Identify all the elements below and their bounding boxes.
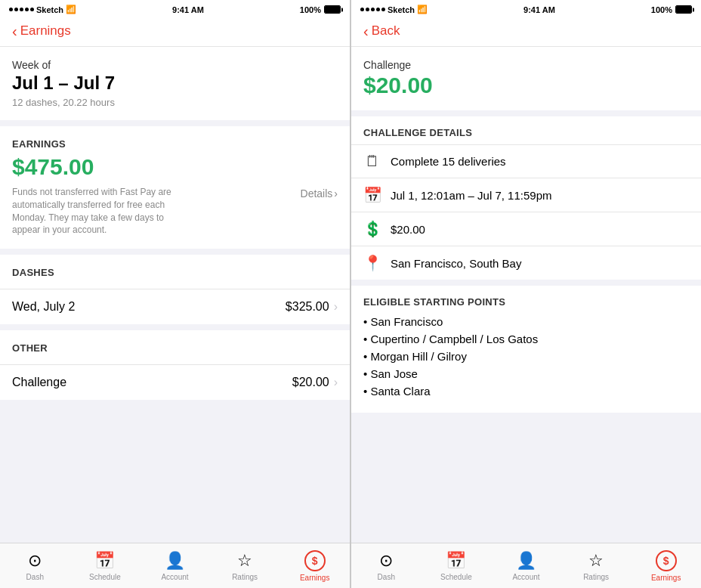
status-right-1: 100% xyxy=(300,5,341,14)
details-button[interactable]: Details › xyxy=(301,187,338,200)
nav-header-1: ‹ Earnings xyxy=(0,17,350,47)
earnings-amount: $475.00 xyxy=(12,154,338,180)
tab-dash-2[interactable]: ⊙ Dash xyxy=(351,543,422,588)
tab-dash-label-2: Dash xyxy=(378,573,395,581)
back-chevron-icon-1: ‹ xyxy=(12,23,17,39)
other-label: Challenge xyxy=(12,376,66,389)
earnings-note: Funds not transferred with Fast Pay are … xyxy=(12,186,178,237)
list-item: • Cupertino / Campbell / Los Gatos xyxy=(363,333,689,345)
location-text: San Francisco, South Bay xyxy=(391,257,521,270)
tab-ratings-1[interactable]: ☆ Ratings xyxy=(210,543,280,588)
nav-header-2: ‹ Back xyxy=(351,17,701,47)
battery-percent-2: 100% xyxy=(651,5,672,14)
tab-earnings-2[interactable]: $ Earnings xyxy=(631,543,701,588)
compass-icon-2: ⊙ xyxy=(379,551,393,571)
deliveries-text: Complete 15 deliveries xyxy=(391,155,506,168)
user-icon-2: 👤 xyxy=(516,551,536,571)
back-button-2[interactable]: ‹ Back xyxy=(363,23,689,39)
list-item: • Morgan Hill / Gilroy xyxy=(363,350,689,363)
other-card: OTHER Challenge $20.00 › xyxy=(0,330,350,400)
battery-percent-1: 100% xyxy=(300,5,321,14)
star-icon: ☆ xyxy=(237,551,252,571)
status-left-1: Sketch 📶 xyxy=(9,5,76,14)
back-label-2: Back xyxy=(372,23,400,39)
list-item: • San Francisco xyxy=(363,315,689,328)
detail-row-amount: 💲 $20.00 xyxy=(351,212,701,246)
detail-row-location: 📍 San Francisco, South Bay xyxy=(351,246,701,280)
week-stats: 12 dashes, 20.22 hours xyxy=(12,97,338,108)
dollar-circle-icon-2: $ xyxy=(656,550,677,571)
tab-dash-label-1: Dash xyxy=(26,573,44,581)
other-amount: $20.00 xyxy=(292,376,329,389)
details-chevron-icon: › xyxy=(334,187,338,200)
user-icon: 👤 xyxy=(165,551,185,571)
status-bar-1: Sketch 📶 9:41 AM 100% xyxy=(0,0,350,17)
dashes-card: DASHES Wed, July 2 $325.00 › xyxy=(0,255,350,324)
tab-schedule-label-2: Schedule xyxy=(440,573,472,581)
wifi-icon-1: 📶 xyxy=(66,5,76,14)
content-area-2: Challenge $20.00 CHALLENGE DETAILS 🗒 Com… xyxy=(351,47,701,543)
date-range-text: Jul 1, 12:01am – Jul 7, 11:59pm xyxy=(391,189,551,202)
carrier-name-1: Sketch xyxy=(36,5,63,14)
details-label: Details xyxy=(301,187,333,200)
other-chevron-icon: › xyxy=(334,376,338,389)
back-label-1: Earnings xyxy=(20,23,71,39)
tab-bar-2: ⊙ Dash 📅 Schedule 👤 Account ☆ Ratings $ … xyxy=(351,543,701,588)
calendar-icon: 📅 xyxy=(94,551,115,571)
detail-row-deliveries: 🗒 Complete 15 deliveries xyxy=(351,145,701,178)
dollar-circle-icon: $ xyxy=(304,550,326,571)
other-section-title: OTHER xyxy=(12,342,338,354)
tab-schedule-label-1: Schedule xyxy=(89,573,121,581)
tab-ratings-label-2: Ratings xyxy=(583,573,609,581)
week-dates: Jul 1 – Jul 7 xyxy=(12,73,338,94)
week-of-label: Week of xyxy=(12,59,338,71)
tab-account-label-1: Account xyxy=(161,573,188,581)
tab-earnings-1[interactable]: $ Earnings xyxy=(279,543,350,588)
dash-chevron-icon: › xyxy=(334,300,338,314)
status-left-2: Sketch 📶 xyxy=(360,5,428,14)
tab-account-2[interactable]: 👤 Account xyxy=(491,543,561,588)
dashes-section-title: DASHES xyxy=(12,267,338,278)
amount-icon: 💲 xyxy=(363,220,381,238)
tab-account-1[interactable]: 👤 Account xyxy=(140,543,210,588)
tab-schedule-2[interactable]: 📅 Schedule xyxy=(422,543,492,588)
location-icon: 📍 xyxy=(363,254,381,272)
compass-icon: ⊙ xyxy=(28,551,42,571)
star-icon-2: ☆ xyxy=(588,551,604,571)
challenge-header-card: Challenge $20.00 xyxy=(351,47,701,110)
tab-ratings-label-1: Ratings xyxy=(232,573,258,581)
dash-date: Wed, July 2 xyxy=(12,300,75,314)
earnings-card: EARNINGS $475.00 Funds not transferred w… xyxy=(0,126,350,249)
challenge-amount: $20.00 xyxy=(363,73,689,98)
tab-earnings-label-1: Earnings xyxy=(300,574,329,582)
back-button-1[interactable]: ‹ Earnings xyxy=(12,23,338,39)
screen-challenge: Sketch 📶 9:41 AM 100% ‹ Back Challenge $… xyxy=(350,0,701,588)
eligible-points-card: ELIGIBLE STARTING POINTS • San Francisco… xyxy=(351,286,701,413)
tab-schedule-1[interactable]: 📅 Schedule xyxy=(70,543,141,588)
list-item: • Santa Clara xyxy=(363,385,689,398)
content-area-1: Week of Jul 1 – Jul 7 12 dashes, 20.22 h… xyxy=(0,47,350,543)
screen-earnings: Sketch 📶 9:41 AM 100% ‹ Earnings Week of… xyxy=(0,0,350,588)
signal-dots-1 xyxy=(9,8,34,11)
tab-ratings-2[interactable]: ☆ Ratings xyxy=(561,543,632,588)
table-row[interactable]: Wed, July 2 $325.00 › xyxy=(0,289,350,324)
wifi-icon-2: 📶 xyxy=(417,5,428,14)
date-range-icon: 📅 xyxy=(363,186,381,204)
tab-account-label-2: Account xyxy=(512,573,539,581)
tab-earnings-label-2: Earnings xyxy=(651,574,681,582)
status-right-2: 100% xyxy=(651,5,692,14)
eligible-title: ELIGIBLE STARTING POINTS xyxy=(363,296,689,308)
back-chevron-icon-2: ‹ xyxy=(363,23,369,39)
battery-icon-1 xyxy=(324,5,341,14)
earnings-section-title: EARNINGS xyxy=(12,138,338,150)
week-card: Week of Jul 1 – Jul 7 12 dashes, 20.22 h… xyxy=(0,47,350,120)
challenge-details-card: CHALLENGE DETAILS 🗒 Complete 15 deliveri… xyxy=(351,116,701,280)
calendar-icon-2: 📅 xyxy=(446,551,466,571)
challenge-details-title: CHALLENGE DETAILS xyxy=(351,116,701,144)
status-time-1: 9:41 AM xyxy=(172,5,204,14)
carrier-name-2: Sketch xyxy=(388,5,415,14)
deliveries-icon: 🗒 xyxy=(363,153,381,170)
table-row[interactable]: Challenge $20.00 › xyxy=(0,365,350,400)
tab-dash-1[interactable]: ⊙ Dash xyxy=(0,543,70,588)
list-item: • San Jose xyxy=(363,367,689,380)
